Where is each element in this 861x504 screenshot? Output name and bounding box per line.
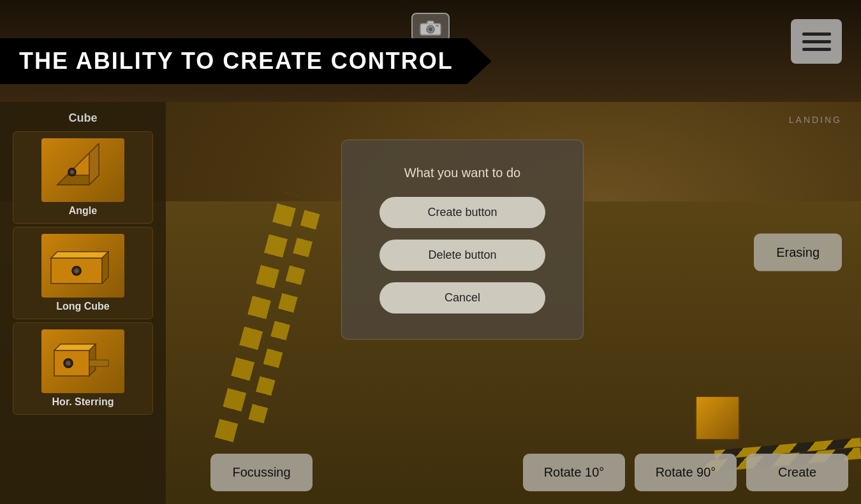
modal-title: What you want to do	[404, 166, 520, 180]
delete-button[interactable]: Delete button	[379, 240, 545, 271]
modal-overlay: What you want to do Create button Delete…	[0, 0, 861, 504]
cancel-button[interactable]: Cancel	[379, 282, 545, 313]
create-button-label: Create button	[427, 206, 497, 219]
modal-box: What you want to do Create button Delete…	[341, 140, 584, 340]
delete-button-label: Delete button	[428, 248, 496, 261]
cancel-button-label: Cancel	[445, 291, 480, 304]
create-button[interactable]: Create button	[379, 197, 545, 228]
